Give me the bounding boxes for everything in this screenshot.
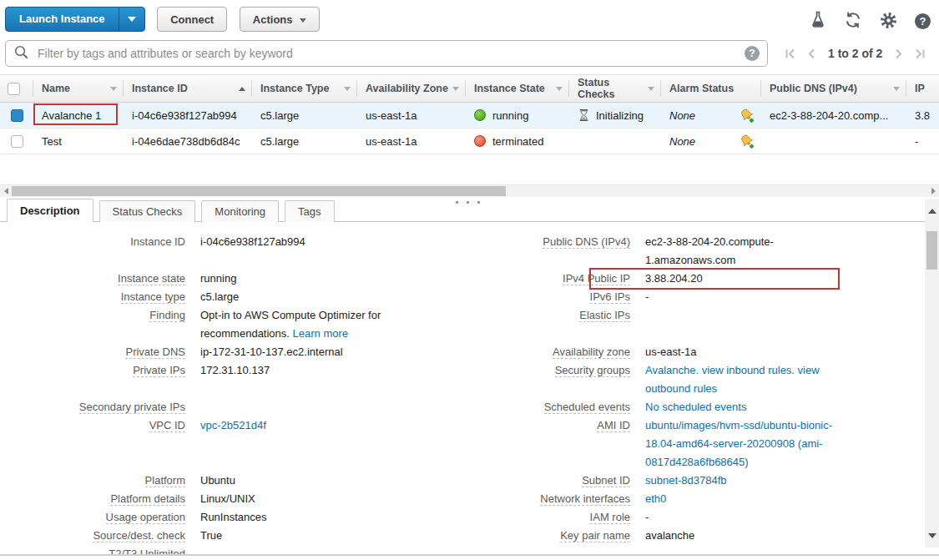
security-groups-link[interactable]: Avalanche. view inbound rules. view outb… [645, 364, 820, 395]
field-label: IAM role [467, 508, 630, 527]
connect-button[interactable]: Connect [157, 7, 227, 32]
filter-bar: ? 1 to 2 of 2 [0, 38, 939, 74]
filter-help-icon[interactable]: ? [745, 46, 760, 61]
field-label: Secondary private IPs [0, 398, 185, 416]
alarm-status: None [669, 109, 695, 122]
pagination-last-button[interactable] [915, 48, 926, 59]
field-value [645, 306, 837, 343]
horizontal-scrollbar[interactable] [0, 184, 939, 197]
field-label: Subnet ID [467, 472, 630, 490]
vertical-scrollbar-thumb[interactable] [926, 231, 937, 270]
bell-add-icon[interactable] [739, 108, 755, 124]
table-row[interactable]: Avalanche 1 i-04c6e938f127ab994 c5.large… [0, 103, 939, 129]
status-checks [569, 129, 661, 154]
sort-icon [648, 87, 654, 91]
column-header-availability-zone[interactable]: Availability Zone [357, 80, 466, 97]
help-icon[interactable]: ? [915, 13, 931, 29]
field-label: AMI ID [467, 416, 630, 472]
tab-status-checks[interactable]: Status Checks [99, 200, 196, 222]
pagination-prev-button[interactable] [806, 48, 817, 59]
scroll-left-button[interactable] [0, 185, 12, 197]
public-ip: - [906, 129, 939, 154]
scroll-up-button[interactable] [925, 204, 939, 218]
field-label: Network interfaces [467, 490, 630, 508]
sort-icon [110, 87, 117, 91]
bell-add-icon[interactable] [739, 134, 755, 149]
scroll-right-button[interactable] [927, 185, 939, 197]
select-all-checkbox-cell[interactable] [0, 80, 33, 97]
tab-tags[interactable]: Tags [285, 200, 334, 222]
pagination-next-button[interactable] [893, 48, 904, 59]
horizontal-scrollbar-thumb[interactable] [12, 186, 506, 196]
pagination-first-button[interactable] [785, 48, 795, 59]
public-dns [761, 129, 906, 154]
column-header-instance-state[interactable]: Instance State [466, 80, 569, 97]
scroll-down-button[interactable] [925, 529, 939, 542]
column-header-instance-type[interactable]: Instance Type [252, 80, 357, 97]
vpc-id-link[interactable]: vpc-2b521d4f [200, 419, 266, 431]
field-value: - [645, 508, 837, 527]
filter-input-container[interactable]: ? [5, 40, 768, 67]
field-link: No scheduled events [645, 398, 837, 416]
column-header-instance-id[interactable]: Instance ID [124, 80, 252, 97]
field-value: c5.large [200, 288, 452, 306]
actions-label: Actions [253, 13, 293, 26]
public-ip: 3.8 [906, 103, 939, 128]
field-value: Linux/UNIX [200, 490, 452, 508]
instance-type: c5.large [252, 129, 357, 154]
row-checkbox[interactable] [11, 109, 23, 122]
alarm-status: None [669, 135, 695, 148]
filter-input[interactable] [36, 46, 745, 61]
sort-icon [556, 87, 563, 91]
chevron-down-icon [300, 18, 306, 23]
sort-icon [344, 87, 351, 91]
description-panel: Instance ID i-04c6e938f127ab994 Public D… [0, 222, 939, 555]
pagination-label: 1 to 2 of 2 [828, 47, 882, 60]
launch-instance-button[interactable]: Launch Instance [5, 7, 145, 32]
field-label: Security groups [467, 361, 630, 398]
column-header-status-checks[interactable]: Status Checks [569, 80, 661, 97]
hourglass-icon [578, 108, 590, 122]
refresh-icon[interactable] [844, 11, 862, 32]
field-value: ip-172-31-10-137.ec2.internal [200, 343, 452, 361]
instance-state: terminated [492, 135, 543, 148]
field-value: us-east-1a [645, 343, 837, 361]
launch-instance-menu-button[interactable] [119, 8, 144, 31]
sort-icon [893, 87, 900, 91]
ami-id-link[interactable]: ubuntu/images/hvm-ssd/ubuntu-bionic-18.0… [645, 419, 832, 468]
column-header-name[interactable]: Name [33, 80, 124, 97]
actions-button[interactable]: Actions [240, 7, 320, 32]
table-row[interactable]: Test i-04e6dae738db6d84c c5.large us-eas… [0, 129, 939, 154]
launch-instance-label[interactable]: Launch Instance [6, 8, 119, 31]
select-all-checkbox[interactable] [8, 83, 20, 95]
field-label: IPv6 IPs [467, 288, 630, 306]
sort-icon [452, 87, 459, 91]
field-label: Source/dest. check [0, 527, 185, 545]
tab-monitoring[interactable]: Monitoring [201, 200, 279, 222]
field-label: IPv4 Public IP [467, 270, 630, 288]
field-label: VPC ID [0, 416, 185, 472]
gear-icon[interactable] [880, 12, 897, 32]
sort-asc-icon [239, 87, 245, 91]
tab-description[interactable]: Description [7, 199, 93, 222]
vertical-scrollbar[interactable] [925, 199, 939, 547]
scheduled-events-link[interactable]: No scheduled events [645, 401, 746, 413]
status-checks: Initializing [596, 109, 644, 122]
instance-type: c5.large [252, 103, 357, 128]
detail-pane: Description Status Checks Monitoring Tag… [0, 199, 939, 555]
field-value: RunInstances [200, 508, 452, 527]
pagination: 1 to 2 of 2 [785, 47, 926, 60]
column-header-ip[interactable]: IP [906, 80, 939, 97]
column-header-public-dns[interactable]: Public DNS (IPv4) [761, 80, 906, 97]
field-label: Platform [0, 472, 185, 490]
instance-id: i-04c6e938f127ab994 [124, 103, 252, 128]
learn-more-link[interactable]: Learn more [293, 327, 348, 340]
tab-bar: Description Status Checks Monitoring Tag… [0, 199, 939, 222]
network-interface-link[interactable]: eth0 [645, 492, 666, 505]
field-label: Private DNS [0, 343, 185, 361]
subnet-id-link[interactable]: subnet-8d3784fb [645, 474, 727, 487]
search-icon [13, 44, 29, 63]
row-checkbox[interactable] [11, 135, 23, 148]
beaker-icon[interactable] [810, 11, 826, 32]
column-header-alarm-status[interactable]: Alarm Status [661, 80, 761, 97]
